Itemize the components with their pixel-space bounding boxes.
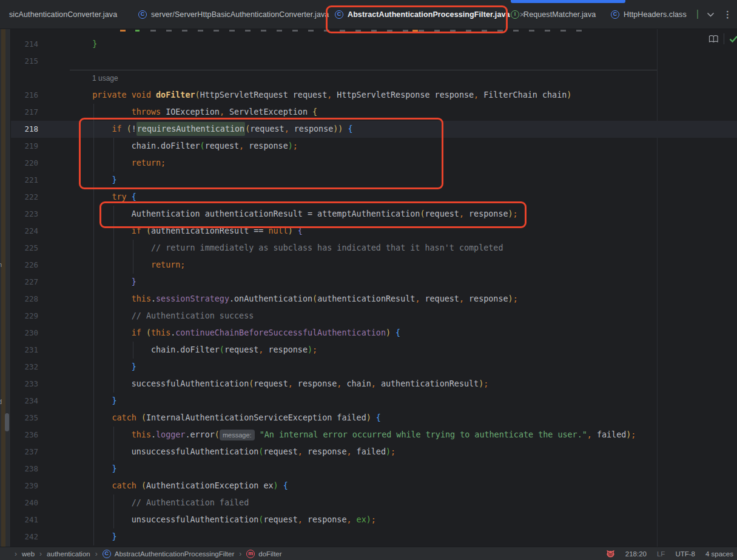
code-text: Authentication authenticationResult = at…	[73, 206, 518, 223]
line-number[interactable]: 223	[11, 206, 38, 223]
editor-tab[interactable]: sicAuthenticationConverter.java	[9, 0, 117, 29]
code-token: null	[268, 226, 288, 235]
code-line[interactable]: 215	[11, 53, 737, 70]
line-number[interactable]: 240	[11, 494, 38, 511]
line-number[interactable]: 227	[11, 274, 38, 291]
code-line[interactable]: 230 if (this.continueChainBeforeSuccessf…	[11, 325, 737, 342]
line-number[interactable]: 235	[11, 410, 38, 427]
indent-widget[interactable]: 4 spaces	[705, 550, 733, 558]
breadcrumb-item[interactable]: web	[22, 550, 35, 558]
breadcrumb-item[interactable]: CAbstractAuthenticationProcessingFilter	[103, 550, 235, 558]
code-token: AuthenticationException ex	[146, 481, 274, 490]
code-line[interactable]: 237 unsuccessfulAuthentication(request, …	[11, 444, 737, 460]
tab-options-kebab-icon[interactable]: ⋮	[723, 10, 732, 19]
code-line[interactable]: 240 // Authentication failed	[11, 494, 737, 511]
code-line[interactable]: 231 chain.doFilter(request, response);	[11, 342, 737, 359]
line-number[interactable]: 217	[11, 104, 38, 121]
code-line[interactable]: 219 chain.doFilter(request, response);	[11, 138, 737, 155]
line-number[interactable]: 224	[11, 223, 38, 240]
code-token: ;	[513, 294, 518, 303]
code-line[interactable]: 241 unsuccessfulAuthentication(request, …	[11, 511, 737, 528]
tab-list-chevron-down-icon[interactable]	[707, 12, 715, 18]
line-number[interactable]: 241	[11, 511, 38, 528]
breadcrumb-item[interactable]: authentication	[47, 550, 90, 558]
code-line[interactable]: 217 throws IOException, ServletException…	[11, 104, 737, 121]
clipped-code-line	[120, 30, 126, 32]
line-number[interactable]: 237	[11, 444, 38, 460]
code-line[interactable]: 227 }	[11, 274, 737, 291]
line-separator-widget[interactable]: LF	[657, 550, 665, 558]
code-token: "An internal error occurred while trying…	[260, 430, 587, 439]
code-token	[73, 277, 132, 286]
code-line[interactable]: 238 }	[11, 460, 737, 477]
line-number[interactable]: 221	[11, 172, 38, 189]
status-bar: ›web›authentication›CAbstractAuthenticat…	[0, 547, 737, 560]
line-number[interactable]: 233	[11, 376, 38, 393]
code-token: ;	[513, 209, 518, 218]
line-number[interactable]: 230	[11, 325, 38, 342]
code-token: // Authentication failed	[132, 498, 249, 507]
line-number[interactable]: 214	[11, 36, 38, 53]
code-line[interactable]: 234 }	[11, 393, 737, 410]
left-panel-scrollbar-thumb[interactable]	[5, 413, 9, 431]
line-number[interactable]: 220	[11, 155, 38, 172]
line-number[interactable]: 219	[11, 138, 38, 155]
encoding-widget[interactable]: UTF-8	[675, 550, 695, 558]
line-number[interactable]: 225	[11, 240, 38, 257]
code-line[interactable]: 218 if (!requiresAuthentication(request,…	[11, 121, 737, 138]
line-number[interactable]: 239	[11, 477, 38, 494]
editor-tab[interactable]: Cserver/ServerHttpBasicAuthenticationCon…	[138, 0, 329, 29]
line-number[interactable]: 229	[11, 308, 38, 325]
code-token: request	[263, 447, 297, 456]
line-number[interactable]: 216	[11, 87, 38, 104]
line-number[interactable]: 228	[11, 291, 38, 308]
reader-mode-book-icon[interactable]	[708, 35, 719, 44]
code-line[interactable]: 220 return;	[11, 155, 737, 172]
usage-hint[interactable]: 1 usage	[92, 70, 118, 87]
code-line[interactable]: 236 this.logger.error(message: "An inter…	[11, 427, 737, 444]
editor-tab[interactable]: IRequestMatcher.java	[511, 0, 596, 29]
editor-tab[interactable]: CHttpHeaders.class	[611, 0, 687, 29]
pig-plugin-icon[interactable]	[606, 550, 615, 558]
code-token	[73, 39, 92, 49]
tab-label: HttpHeaders.class	[624, 10, 687, 19]
code-line[interactable]: 224 if (authenticationResult == null) {	[11, 223, 737, 240]
code-editor[interactable]: 214 }2151 usage216 private void doFilter…	[11, 29, 737, 547]
line-number[interactable]: 238	[11, 460, 38, 477]
code-line[interactable]: 239 catch (AuthenticationException ex) {	[11, 477, 737, 494]
caret-position-widget[interactable]: 218:20	[625, 550, 647, 558]
line-number[interactable]: 232	[11, 359, 38, 376]
line-number[interactable]: 236	[11, 427, 38, 444]
inspections-ok-check-icon[interactable]	[729, 35, 737, 43]
code-line[interactable]: 228 this.sessionStrategy.onAuthenticatio…	[11, 291, 737, 308]
code-line[interactable]: 216 private void doFilter(HttpServletReq…	[11, 87, 737, 104]
code-line[interactable]: 232 }	[11, 359, 737, 376]
code-token: (	[141, 413, 146, 422]
code-line[interactable]: 226 return;	[11, 257, 737, 274]
code-token	[73, 192, 112, 201]
code-line[interactable]: 229 // Authentication success	[11, 308, 737, 325]
line-number[interactable]: 226	[11, 257, 38, 274]
code-line[interactable]: 233 successfulAuthentication(request, re…	[11, 376, 737, 393]
line-number[interactable]: 215	[11, 53, 38, 70]
code-token: {	[283, 481, 288, 490]
code-line[interactable]: 242 }	[11, 528, 737, 545]
line-number[interactable]: 218	[11, 121, 38, 138]
line-number[interactable]: 222	[11, 189, 38, 206]
code-token: ,	[288, 379, 293, 388]
code-line[interactable]: 221 }	[11, 172, 737, 189]
code-line[interactable]: 223 Authentication authenticationResult …	[11, 206, 737, 223]
breadcrumb-item[interactable]: mdoFilter	[246, 550, 281, 558]
editor-tab[interactable]: CAbstractAuthenticationProcessingFilter.…	[335, 0, 525, 29]
code-token	[73, 396, 112, 405]
code-line[interactable]: 235 catch (InternalAuthenticationService…	[11, 410, 737, 427]
line-number[interactable]: 231	[11, 342, 38, 359]
line-number[interactable]: 234	[11, 393, 38, 410]
code-line[interactable]: 214 }	[11, 36, 737, 53]
line-number[interactable]: 242	[11, 528, 38, 545]
code-line[interactable]: 222 try {	[11, 189, 737, 206]
code-token: ;	[391, 447, 395, 456]
code-line[interactable]: 225 // return immediately as subclass ha…	[11, 240, 737, 257]
code-text: }	[73, 274, 136, 291]
code-token: this	[151, 328, 170, 337]
